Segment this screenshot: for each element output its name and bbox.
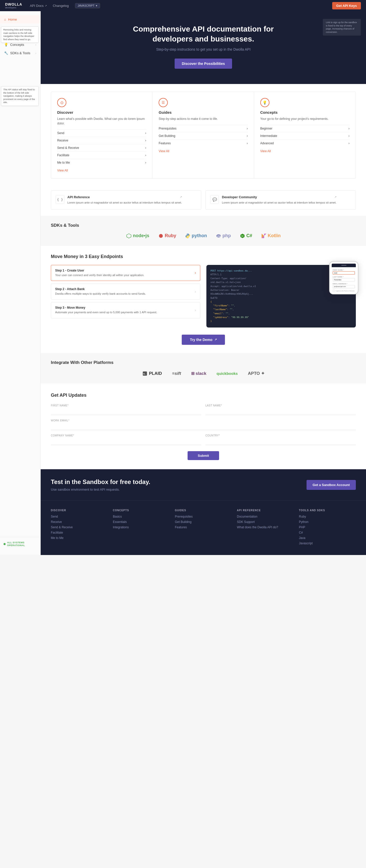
sdk-python[interactable]: python bbox=[185, 233, 207, 239]
sdk-php[interactable]: php php bbox=[216, 233, 231, 239]
footer-link-what-dwolla[interactable]: What does the Dwolla API do? bbox=[237, 525, 294, 529]
api-docs-link[interactable]: API Docs ↗ bbox=[30, 4, 46, 8]
try-demo-wrapper: Link to an interactive demo gives develo… bbox=[51, 335, 356, 345]
footer-link-integrations[interactable]: Integrations bbox=[113, 525, 170, 529]
developer-community-card[interactable]: 💬 Developer Community ↗ Lorem ipsum ante… bbox=[205, 190, 356, 210]
sandbox-title: Test in the Sandbox for free today. bbox=[51, 478, 150, 486]
step-1[interactable]: Step 1 - Create User Your user can conne… bbox=[51, 265, 200, 281]
discover-link-send[interactable]: Send› bbox=[57, 129, 146, 137]
quickbooks-logo[interactable]: quickbooks bbox=[217, 371, 238, 376]
hero-side-note: Link to sign up for the sandbox is fixed… bbox=[323, 19, 361, 36]
svg-point-0 bbox=[159, 234, 163, 238]
sdks-title: SDKs & Tools bbox=[51, 223, 356, 228]
apto-logo[interactable]: APTO ✦ bbox=[248, 371, 265, 376]
footer-link-sdk-support[interactable]: SDK Support bbox=[237, 520, 294, 524]
footer: Links to major sections and sub-sections… bbox=[41, 500, 366, 555]
changelog-link[interactable]: Changelog bbox=[53, 4, 69, 8]
external-cards-section: Links to external resources are shown mo… bbox=[41, 186, 366, 216]
step-3[interactable]: Step 3 - Move Money Automate your paymen… bbox=[51, 302, 200, 318]
guides-card-desc: Step-by-step actions to make it come to … bbox=[159, 117, 247, 121]
sidebar-item-sdks[interactable]: 🔧 SDKs & Tools › bbox=[0, 49, 40, 57]
home-icon: ⌂ bbox=[4, 18, 6, 21]
sdks-section: Clicking on a specific language takes th… bbox=[41, 216, 366, 246]
phone-email-label: EMAIL ADDRESS * bbox=[333, 283, 355, 284]
discover-link-receive[interactable]: Receive› bbox=[57, 137, 146, 144]
footer-link-javascript[interactable]: Javascript bbox=[299, 541, 356, 545]
discover-card: ⊙ Discover Learn what's possible with Dw… bbox=[51, 92, 153, 178]
sdk-node[interactable]: node•js bbox=[126, 233, 149, 239]
plaid-logo[interactable]: PL PLAID bbox=[142, 371, 162, 376]
concepts-link-beginner[interactable]: Beginner› bbox=[260, 125, 350, 132]
guides-link-building[interactable]: Get Building› bbox=[159, 132, 247, 140]
phone-mockup: FIRST NAME * Joel LAST NAME * Fiorentini… bbox=[329, 261, 358, 294]
email-input[interactable] bbox=[51, 423, 356, 430]
footer-link-documentation[interactable]: Documentation bbox=[237, 515, 294, 518]
move-money-title: Move Money in 3 Easy Endpoints bbox=[51, 254, 356, 259]
discover-possibilities-button[interactable]: Discover the Possibilities bbox=[175, 59, 232, 69]
footer-link-send[interactable]: Send bbox=[51, 515, 108, 518]
step-2-desc: Dwolla offers multiple ways to quickly v… bbox=[55, 292, 146, 296]
email-label: WORK EMAIL* bbox=[51, 419, 356, 422]
phone-checkbox-label: I agree to the Terms of Service bbox=[335, 290, 355, 291]
footer-link-features[interactable]: Features bbox=[175, 525, 232, 529]
step-1-desc: Your user can connect and verify their i… bbox=[55, 273, 144, 277]
concepts-link-intermediate[interactable]: Intermediate› bbox=[260, 132, 350, 140]
footer-api-ref-heading: API REFERENCE bbox=[237, 509, 294, 512]
phone-firstname-label: FIRST NAME * bbox=[333, 269, 355, 271]
footer-link-receive[interactable]: Receive bbox=[51, 520, 108, 524]
concepts-link-advanced[interactable]: Advanced› bbox=[260, 140, 350, 147]
step-2[interactable]: Step 2 - Attach Bank Dwolla offers multi… bbox=[51, 283, 200, 300]
sdk-logos-row: node•js Ruby python php php C# C# bbox=[51, 233, 356, 239]
footer-link-csharp[interactable]: C# bbox=[299, 531, 356, 534]
discover-link-facilitate[interactable]: Facilitate› bbox=[57, 151, 146, 159]
discover-link-send-receive[interactable]: Send & Receive› bbox=[57, 144, 146, 151]
external-icon-2: ↗ bbox=[334, 195, 336, 199]
try-demo-button[interactable]: Try the Demo ↗ bbox=[182, 335, 225, 345]
firstname-input[interactable] bbox=[51, 408, 201, 415]
language-selector[interactable]: JAVASCRIPT ▾ bbox=[75, 3, 100, 8]
footer-link-metome[interactable]: Me to Me bbox=[51, 536, 108, 540]
guides-link-prereq[interactable]: Prerequisites› bbox=[159, 125, 247, 132]
discover-card-icon: ⊙ bbox=[57, 98, 66, 107]
footer-link-php[interactable]: PHP bbox=[299, 525, 356, 529]
cards-section: All the main sections of the portal are … bbox=[41, 84, 366, 186]
sidebar-item-home[interactable]: ⌂ Home bbox=[0, 15, 40, 24]
company-input[interactable] bbox=[51, 438, 201, 445]
footer-link-send-receive[interactable]: Send & Receive bbox=[51, 525, 108, 529]
api-reference-card[interactable]: { } API Reference ↗ Lorem ipsum ante ut … bbox=[51, 190, 201, 210]
logo[interactable]: DWOLLA developers bbox=[5, 2, 22, 9]
country-field-group: COUNTRY* bbox=[205, 434, 356, 445]
external-icon: ↗ bbox=[180, 195, 182, 199]
sdk-csharp[interactable]: C# C# bbox=[240, 233, 252, 239]
footer-concepts-heading: CONCEPTS bbox=[113, 509, 170, 512]
get-api-keys-button[interactable]: Get API Keys bbox=[332, 2, 361, 9]
lastname-field-group: LAST NAME* bbox=[205, 404, 356, 415]
footer-link-python[interactable]: Python bbox=[299, 520, 356, 524]
concepts-view-all[interactable]: View All bbox=[260, 149, 271, 153]
chevron-down-icon: ▾ bbox=[96, 4, 97, 7]
footer-link-facilitate[interactable]: Facilitate bbox=[51, 531, 108, 534]
lastname-input[interactable] bbox=[205, 408, 356, 415]
company-label: COMPANY NAME* bbox=[51, 434, 201, 437]
footer-link-get-building[interactable]: Get Building bbox=[175, 520, 232, 524]
guides-view-all[interactable]: View All bbox=[159, 149, 169, 153]
footer-link-prerequisites[interactable]: Prerequisites bbox=[175, 515, 232, 518]
sdk-kotlin[interactable]: Kotlin bbox=[261, 233, 280, 239]
footer-link-java[interactable]: Java bbox=[299, 536, 356, 540]
sdk-ruby[interactable]: Ruby bbox=[158, 233, 176, 239]
footer-link-ruby[interactable]: Ruby bbox=[299, 515, 356, 518]
submit-button[interactable]: Submit bbox=[188, 451, 219, 460]
get-sandbox-button[interactable]: Get a Sandbox Account bbox=[306, 480, 356, 490]
guides-link-features[interactable]: Features› bbox=[159, 140, 247, 147]
discover-view-all[interactable]: View All bbox=[57, 169, 68, 172]
sift-logo[interactable]: ≡sift bbox=[172, 371, 181, 376]
firstname-field-group: FIRST NAME* bbox=[51, 404, 201, 415]
footer-link-basics[interactable]: Basics bbox=[113, 515, 170, 518]
slack-logo[interactable]: ⊞slack bbox=[191, 371, 206, 376]
integration-logos-row: PL PLAID ≡sift ⊞slack quickbooks APTO ✦ bbox=[51, 371, 356, 376]
footer-tools-heading: TOOLS AND SDKS bbox=[299, 509, 356, 512]
footer-link-essentials[interactable]: Essentials bbox=[113, 520, 170, 524]
sandbox-subtitle: Use sandbox environment to test API requ… bbox=[51, 488, 150, 491]
country-input[interactable] bbox=[205, 438, 356, 445]
discover-link-metome[interactable]: Me to Me› bbox=[57, 159, 146, 166]
